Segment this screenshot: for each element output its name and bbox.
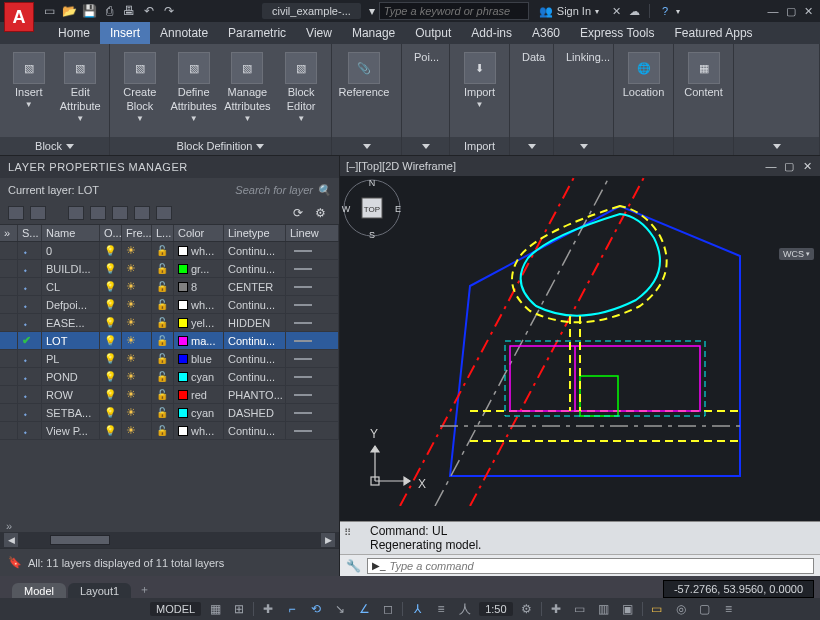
layer-name[interactable]: EASE... (42, 314, 100, 331)
plot-icon[interactable]: 🖶 (122, 4, 136, 18)
grid-icon[interactable]: ▦ (205, 600, 225, 618)
layer-linetype[interactable]: Continu... (224, 422, 286, 439)
layer-name[interactable]: View P... (42, 422, 100, 439)
layer-linetype[interactable]: Continu... (224, 350, 286, 367)
app-logo[interactable]: A (4, 2, 34, 32)
panel-reference-title[interactable] (332, 137, 401, 155)
customize-status-icon[interactable]: ≡ (719, 600, 739, 618)
layer-lineweight[interactable] (286, 368, 339, 385)
wcs-badge[interactable]: WCS▾ (779, 248, 814, 260)
layer-name[interactable]: PL (42, 350, 100, 367)
layer-freeze-icon[interactable]: ☀ (122, 350, 152, 367)
new-group-filter-icon[interactable] (30, 206, 46, 220)
isolate-icon[interactable]: ◎ (671, 600, 691, 618)
layer-name[interactable]: SETBA... (42, 404, 100, 421)
layer-name[interactable]: ROW (42, 386, 100, 403)
layer-color[interactable]: ma... (174, 332, 224, 349)
ribbon-tab-parametric[interactable]: Parametric (218, 22, 296, 44)
layer-lineweight[interactable] (286, 260, 339, 277)
panel-import-title[interactable]: Import (450, 137, 509, 155)
otrack-icon[interactable]: ⅄ (407, 600, 427, 618)
layer-lock-icon[interactable]: 🔓 (152, 242, 174, 259)
layer-freeze-icon[interactable]: ☀ (122, 314, 152, 331)
scroll-left-icon[interactable]: ◀ (4, 533, 18, 547)
panel-block-title[interactable]: Block (0, 137, 109, 155)
layer-lock-icon[interactable]: 🔓 (152, 332, 174, 349)
layer-row[interactable]: ⬩CL💡☀🔓8CENTER (0, 278, 339, 296)
layer-color[interactable]: wh... (174, 296, 224, 313)
blockdef-btn-0[interactable]: ▧CreateBlock▼ (116, 48, 164, 123)
panel-data-title[interactable] (510, 137, 553, 155)
layer-lineweight[interactable] (286, 386, 339, 403)
new-icon[interactable]: ▭ (42, 4, 56, 18)
layer-linetype[interactable]: DASHED (224, 404, 286, 421)
layer-row[interactable]: ⬩BUILDI...💡☀🔓gr...Continu... (0, 260, 339, 278)
layer-lock-icon[interactable]: 🔓 (152, 422, 174, 439)
ribbon-tab-view[interactable]: View (296, 22, 342, 44)
data-button[interactable]: Data (514, 46, 553, 68)
panel-linking-title[interactable] (554, 137, 613, 155)
ribbon-tab-annotate[interactable]: Annotate (150, 22, 218, 44)
layer-on-icon[interactable]: 💡 (100, 422, 122, 439)
viewport-canvas[interactable]: X Y TOP N S E W WCS▾ (340, 176, 820, 521)
maximize-icon[interactable]: ▢ (784, 4, 798, 18)
model-space-toggle[interactable]: MODEL (150, 602, 201, 616)
layer-on-icon[interactable]: 💡 (100, 368, 122, 385)
redo-icon[interactable]: ↷ (162, 4, 176, 18)
ribbon-tab-featured-apps[interactable]: Featured Apps (665, 22, 763, 44)
delete-layer-icon[interactable] (134, 206, 150, 220)
layer-lock-icon[interactable]: 🔓 (152, 368, 174, 385)
layer-freeze-icon[interactable]: ☀ (122, 296, 152, 313)
layer-color[interactable]: cyan (174, 368, 224, 385)
scroll-right-icon[interactable]: ▶ (321, 533, 335, 547)
layer-lineweight[interactable] (286, 314, 339, 331)
units-icon[interactable]: ▥ (594, 600, 614, 618)
close-icon[interactable]: ✕ (802, 4, 816, 18)
panel-blockdef-title[interactable]: Block Definition (110, 137, 331, 155)
save-icon[interactable]: 💾 (82, 4, 96, 18)
freeze-layer-icon[interactable] (112, 206, 128, 220)
layer-linetype[interactable]: PHANTO... (224, 386, 286, 403)
sheet-tab-add[interactable]: ＋ (133, 580, 156, 599)
viewport-label[interactable]: [–][Top][2D Wireframe] (346, 160, 456, 172)
refresh-icon[interactable]: ⟳ (293, 206, 309, 220)
layer-on-icon[interactable]: 💡 (100, 332, 122, 349)
ribbon-tab-insert[interactable]: Insert (100, 22, 150, 44)
layer-lock-icon[interactable]: 🔓 (152, 296, 174, 313)
anno-monitor-icon[interactable]: ▭ (570, 600, 590, 618)
layer-row[interactable]: ⬩0💡☀🔓wh...Continu... (0, 242, 339, 260)
import-button[interactable]: ⬇Import▼ (456, 48, 503, 109)
minimize-icon[interactable]: — (766, 4, 780, 18)
layer-freeze-icon[interactable]: ☀ (122, 386, 152, 403)
layer-row[interactable]: ⬩EASE...💡☀🔓yel...HIDDEN (0, 314, 339, 332)
layer-row[interactable]: ⬩View P...💡☀🔓wh...Continu... (0, 422, 339, 440)
layer-lineweight[interactable] (286, 350, 339, 367)
col-on[interactable]: O... (100, 225, 122, 241)
layer-name[interactable]: BUILDI... (42, 260, 100, 277)
annotation-scale[interactable]: 1:50 (479, 602, 512, 616)
layer-lineweight[interactable] (286, 278, 339, 295)
layer-lock-icon[interactable]: 🔓 (152, 404, 174, 421)
layer-lock-icon[interactable]: 🔓 (152, 386, 174, 403)
customize-icon[interactable]: 🔧 (346, 559, 361, 573)
layer-name[interactable]: LOT (42, 332, 100, 349)
layer-row[interactable]: ⬩ROW💡☀🔓redPHANTO... (0, 386, 339, 404)
a360-icon[interactable]: ☁ (627, 4, 641, 18)
layer-linetype[interactable]: Continu... (224, 260, 286, 277)
hardware-icon[interactable]: ▭ (647, 600, 667, 618)
layer-lock-icon[interactable]: 🔓 (152, 278, 174, 295)
viewport-close-icon[interactable]: ✕ (800, 159, 814, 173)
layer-on-icon[interactable]: 💡 (100, 260, 122, 277)
gear-icon[interactable]: ⚙ (517, 600, 537, 618)
layer-freeze-icon[interactable]: ☀ (122, 332, 152, 349)
new-layer-icon[interactable] (90, 206, 106, 220)
layer-on-icon[interactable]: 💡 (100, 350, 122, 367)
panel-pointcloud-title[interactable] (402, 137, 449, 155)
layer-lineweight[interactable] (286, 404, 339, 421)
view-cube[interactable]: TOP N S E W (340, 176, 404, 240)
layer-row[interactable]: ⬩PL💡☀🔓blueContinu... (0, 350, 339, 368)
help-search[interactable] (379, 2, 529, 20)
linking-button[interactable]: Linking... (558, 46, 618, 68)
layer-name[interactable]: CL (42, 278, 100, 295)
layer-freeze-icon[interactable]: ☀ (122, 242, 152, 259)
